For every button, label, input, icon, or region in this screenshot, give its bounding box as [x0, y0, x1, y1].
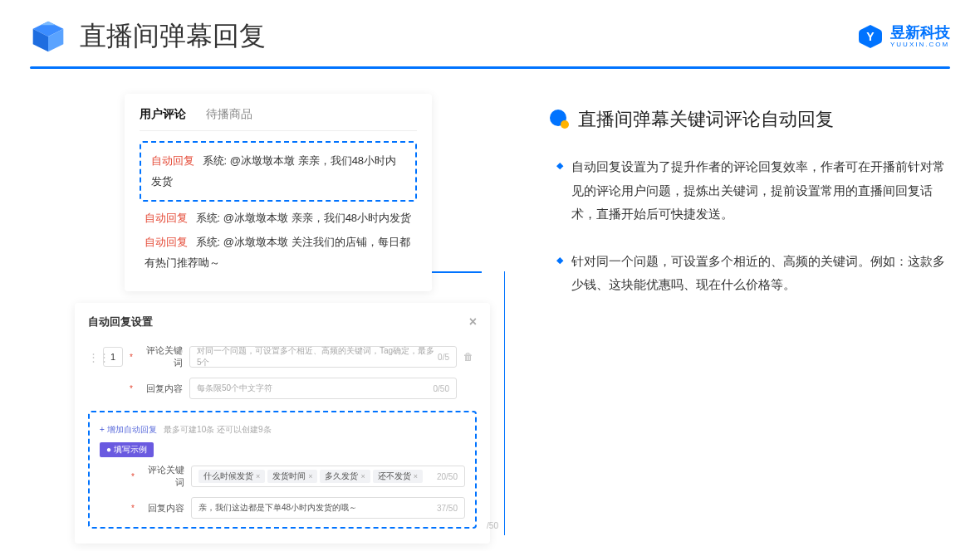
- keyword-input[interactable]: 对同一个问题，可设置多个相近、高频的关键词，Tag确定，最多5个 0/5: [189, 346, 457, 368]
- remove-tag-icon[interactable]: ×: [414, 472, 418, 480]
- keyword-tag[interactable]: 还不发货×: [373, 470, 423, 483]
- auto-reply-settings-panel: 自动回复设置 × ⋮⋮ 1 * 评论关键词 对同一个问题，可设置多个相近、高频的…: [75, 303, 490, 544]
- drag-handle-icon[interactable]: ⋮⋮: [88, 351, 96, 363]
- reply-label: 回复内容: [140, 383, 183, 395]
- example-reply-label: 回复内容: [141, 502, 184, 514]
- settings-title: 自动回复设置: [88, 315, 153, 329]
- auto-reply-tag: 自动回复: [151, 154, 194, 167]
- required-marker: *: [130, 384, 133, 393]
- brand-name-en: YUUXIN.COM: [890, 41, 950, 49]
- keyword-label: 评论关键词: [140, 344, 183, 369]
- reply-placeholder: 每条限50个中文字符: [197, 383, 272, 394]
- keyword-tag[interactable]: 多久发货×: [320, 470, 370, 483]
- bullet-item: 针对同一个问题，可设置多个相近的、高频的关键词。例如：这款多少钱、这块能优惠吗、…: [556, 250, 950, 297]
- example-reply-value: 亲，我们这边都是下单48小时内发货的哦～: [198, 502, 357, 514]
- comments-panel: 用户评论 待播商品 自动回复 系统: @冰墩墩本墩 亲亲，我们48小时内发货 自…: [125, 94, 432, 291]
- tab-pending-goods[interactable]: 待播商品: [206, 107, 252, 122]
- example-reply-counter: 37/50: [437, 504, 458, 513]
- remove-tag-icon[interactable]: ×: [256, 472, 260, 480]
- brand-logo-icon: Y: [857, 23, 884, 50]
- remove-tag-icon[interactable]: ×: [308, 472, 312, 480]
- bullet-item: 自动回复设置为了提升作者的评论回复效率，作者可在开播前针对常见的评论用户问题，提…: [556, 155, 950, 227]
- brand-name-cn: 昱新科技: [890, 25, 950, 41]
- tab-user-comments[interactable]: 用户评论: [140, 107, 186, 122]
- required-marker: *: [130, 353, 133, 362]
- keyword-placeholder: 对同一个问题，可设置多个相近、高频的关键词，Tag确定，最多5个: [197, 345, 438, 368]
- required-marker: *: [131, 472, 135, 481]
- brand-logo-block: Y 昱新科技 YUUXIN.COM: [857, 23, 950, 50]
- auto-reply-tag: 自动回复: [145, 212, 188, 224]
- auto-reply-tag: 自动回复: [145, 236, 188, 248]
- example-badge: ● 填写示例: [100, 442, 154, 457]
- highlighted-message: 自动回复 系统: @冰墩墩本墩 亲亲，我们48小时内发货: [140, 141, 417, 202]
- svg-point-6: [561, 120, 569, 129]
- example-reply-input[interactable]: 亲，我们这边都是下单48小时内发货的哦～ 37/50: [191, 497, 465, 519]
- remove-tag-icon[interactable]: ×: [360, 472, 365, 480]
- example-keyword-label: 评论关键词: [141, 464, 184, 489]
- outside-counter: /50: [487, 521, 498, 530]
- cube-icon: [30, 18, 66, 55]
- add-hint-text: 最多可建10条 还可以创建9条: [164, 425, 271, 434]
- reply-input[interactable]: 每条限50个中文字符 0/50: [189, 378, 457, 399]
- section-subtitle: 直播间弹幕关键词评论自动回复: [578, 107, 834, 132]
- example-keyword-counter: 20/50: [437, 472, 458, 481]
- example-callout: + 增加自动回复 最多可建10条 还可以创建9条 ● 填写示例 * 评论关键词 …: [88, 411, 477, 529]
- keyword-tag[interactable]: 什么时候发货×: [198, 470, 265, 483]
- delete-icon[interactable]: 🗑: [463, 351, 477, 363]
- example-keyword-input[interactable]: 什么时候发货×发货时间×多久发货×还不发货× 20/50: [191, 466, 465, 487]
- keyword-tag[interactable]: 发货时间×: [267, 470, 317, 483]
- svg-text:Y: Y: [866, 30, 875, 43]
- chat-bubble-icon: [548, 109, 570, 130]
- order-input[interactable]: 1: [103, 347, 123, 367]
- reply-counter: 0/50: [434, 384, 449, 393]
- keyword-counter: 0/5: [438, 353, 449, 362]
- message-text: 系统: @冰墩墩本墩 亲亲，我们48小时内发货: [193, 212, 411, 224]
- add-auto-reply-link[interactable]: + 增加自动回复: [100, 425, 157, 434]
- close-icon[interactable]: ×: [469, 315, 477, 329]
- page-title: 直播间弹幕回复: [80, 18, 266, 55]
- required-marker: *: [131, 504, 135, 513]
- svg-marker-3: [41, 22, 56, 26]
